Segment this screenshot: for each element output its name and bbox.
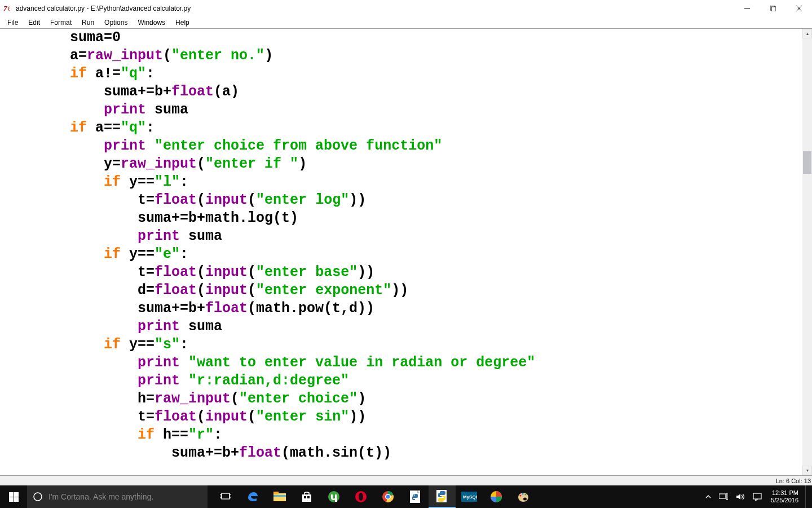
close-button[interactable] [786,0,812,17]
code-line: print suma [2,101,802,119]
maximize-button[interactable] [760,0,786,17]
menu-edit[interactable]: Edit [23,17,45,28]
svg-point-37 [522,493,523,494]
code-editor[interactable]: suma=0 a=raw_input("enter no.") if a!="q… [0,29,802,475]
idle-taskbar-icon[interactable] [429,485,456,508]
python-file-icon[interactable] [401,485,429,508]
file-explorer-icon[interactable] [266,485,293,508]
svg-text:7: 7 [3,4,7,12]
tray-chevron-icon[interactable] [703,485,713,508]
clock-time: 12:31 PM [772,489,798,497]
taskbar-clock[interactable]: 12:31 PM 5/25/2016 [767,489,802,504]
svg-rect-40 [719,494,726,498]
svg-point-24 [359,493,363,501]
scroll-track[interactable] [802,38,812,466]
svg-rect-7 [9,492,14,497]
task-view-button[interactable] [212,485,239,508]
store-icon[interactable] [293,485,320,508]
svg-rect-22 [335,498,337,502]
code-line: t=float(input("enter base")) [2,264,802,282]
svg-point-38 [524,493,526,495]
code-line: a=raw_input("enter no.") [2,47,802,65]
svg-rect-8 [14,492,19,497]
code-line: if y=="s": [2,336,802,354]
taskbar-apps: MySQL [212,485,537,508]
svg-rect-41 [726,493,728,500]
code-line: print suma [2,318,802,336]
mysql-icon[interactable]: MySQL [456,485,483,508]
code-line: if y=="e": [2,246,802,264]
code-line: print "r:radian,d:degree" [2,372,802,390]
svg-rect-16 [273,492,279,494]
menu-run[interactable]: Run [77,17,99,28]
taskbar: I'm Cortana. Ask me anything. [0,485,812,508]
svg-rect-10 [14,497,19,502]
edge-icon[interactable] [239,485,266,508]
chrome-icon[interactable] [374,485,401,508]
code-line: suma+=b+float(a) [2,83,802,101]
menu-format[interactable]: Format [45,17,77,28]
svg-rect-42 [753,493,761,499]
idle-app-icon: 7ℓ [3,4,12,13]
tray-action-center-icon[interactable] [751,485,764,508]
menu-options[interactable]: Options [99,17,133,28]
code-line: h=raw_input("enter choice") [2,390,802,408]
cortana-icon [33,492,43,502]
svg-rect-12 [222,493,230,499]
paint-icon[interactable] [510,485,537,508]
code-line: suma=0 [2,29,802,47]
scroll-down-button[interactable]: ▾ [802,466,812,475]
minimize-button[interactable] [734,0,760,17]
clock-date: 5/25/2016 [771,497,798,504]
scroll-thumb[interactable] [803,151,811,174]
photos-icon[interactable] [483,485,510,508]
code-line: suma+=b+float(math.pow(t,d)) [2,300,802,318]
code-line: if y=="l": [2,173,802,191]
svg-point-11 [34,493,42,501]
tray-volume-icon[interactable] [734,485,747,508]
svg-rect-18 [302,494,311,502]
svg-text:ℓ: ℓ [7,5,10,12]
utorrent-icon[interactable] [320,485,347,508]
svg-rect-20 [307,496,310,498]
title-bar: 7ℓ advanced calculator.py - E:\Python\ad… [0,0,812,17]
cortana-search[interactable]: I'm Cortana. Ask me anything. [27,485,208,508]
menu-windows[interactable]: Windows [133,17,170,28]
svg-rect-15 [273,493,286,501]
code-line: if a!="q": [2,65,802,83]
menu-bar: File Edit Format Run Options Windows Hel… [0,17,812,28]
code-line: print suma [2,227,802,246]
code-line: print "want to enter value in radian or … [2,354,802,372]
opera-icon[interactable] [347,485,374,508]
scroll-up-button[interactable]: ▴ [802,29,812,38]
code-line: t=float(input("enter log")) [2,191,802,209]
code-line: suma+=b+math.log(t) [2,209,802,227]
svg-text:MySQL: MySQL [463,494,477,500]
start-button[interactable] [0,485,27,508]
svg-rect-19 [304,496,306,498]
svg-point-27 [386,495,390,499]
show-desktop-button[interactable] [805,485,809,508]
system-tray: 12:31 PM 5/25/2016 [700,485,812,508]
menu-help[interactable]: Help [170,17,195,28]
tray-network-icon[interactable] [717,485,730,508]
code-line: print "enter choice from above function" [2,137,802,155]
status-bar: Ln: 6 Col: 13 [0,475,812,485]
svg-rect-13 [220,494,222,498]
svg-rect-14 [230,494,231,498]
cortana-placeholder: I'm Cortana. Ask me anything. [48,492,153,501]
vertical-scrollbar[interactable]: ▴ ▾ [802,29,812,475]
window-controls [734,0,812,17]
code-line: t=float(input("enter sin")) [2,408,802,426]
code-line: if a=="q": [2,119,802,137]
code-line: if h=="r": [2,426,802,444]
editor-area: suma=0 a=raw_input("enter no.") if a!="q… [0,28,812,475]
cursor-position: Ln: 6 Col: 13 [776,478,811,484]
window-title: advanced calculator.py - E:\Python\advan… [16,5,734,12]
code-line: y=raw_input("enter if ") [2,155,802,173]
svg-rect-4 [771,7,776,11]
svg-point-29 [414,494,415,496]
menu-file[interactable]: File [2,17,23,28]
svg-rect-17 [273,495,286,497]
code-line: suma+=b+float(math.sin(t)) [2,444,802,462]
